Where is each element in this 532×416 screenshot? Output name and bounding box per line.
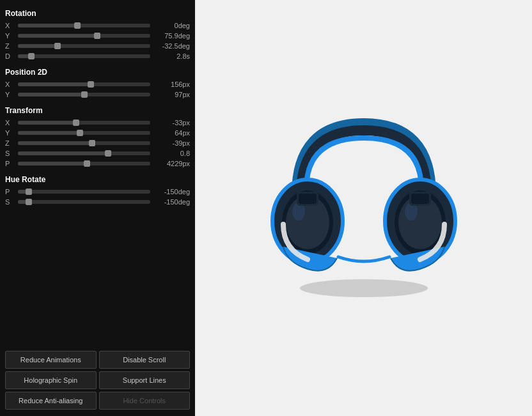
rotation-y-track[interactable]	[18, 34, 150, 38]
pos2d-y-row: Y 97px	[5, 91, 190, 98]
transform-x-label: X	[5, 119, 14, 127]
hue-s-row: S -150deg	[5, 198, 190, 206]
transform-x-row: X -33px	[5, 119, 190, 127]
transform-p-row: P 4229px	[5, 160, 190, 167]
rotation-d-label: D	[5, 52, 14, 60]
hue-p-value: -150deg	[154, 188, 190, 196]
pos2d-y-track[interactable]	[18, 93, 150, 96]
btn-reduce-antialiasing[interactable]: Reduce Anti-aliasing	[5, 392, 97, 410]
hue-p-row: P -150deg	[5, 188, 190, 196]
pos2d-x-value: 156px	[154, 81, 190, 88]
transform-z-label: Z	[5, 139, 14, 147]
position2d-title: Position 2D	[5, 68, 190, 77]
preview-panel	[195, 0, 532, 416]
svg-rect-14	[411, 194, 429, 204]
transform-p-value: 4229px	[154, 160, 190, 167]
rotation-z-value: -32.5deg	[154, 42, 190, 50]
hue-p-track[interactable]	[18, 190, 150, 194]
hue-s-label: S	[5, 198, 14, 206]
rotation-x-row: X 0deg	[5, 22, 190, 29]
pos2d-x-row: X 156px	[5, 81, 190, 88]
rotation-d-track[interactable]	[18, 54, 150, 58]
rotation-z-label: Z	[5, 42, 14, 50]
pos2d-x-label: X	[5, 81, 14, 88]
btn-support-lines[interactable]: Support Lines	[99, 371, 191, 389]
transform-y-track[interactable]	[18, 131, 150, 135]
svg-rect-7	[299, 194, 317, 204]
transform-y-label: Y	[5, 129, 14, 137]
rotation-y-label: Y	[5, 32, 14, 40]
transform-title: Transform	[5, 106, 190, 115]
transform-s-value: 0.8	[154, 150, 190, 157]
btn-disable-scroll[interactable]: Disable Scroll	[99, 351, 191, 369]
rotation-z-row: Z -32.5deg	[5, 42, 190, 50]
transform-x-track[interactable]	[18, 121, 150, 125]
transform-x-value: -33px	[154, 119, 190, 127]
hue-s-value: -150deg	[154, 198, 190, 206]
rotation-y-row: Y 75.9deg	[5, 32, 190, 40]
btn-hide-controls[interactable]: Hide Controls	[99, 392, 191, 410]
rotation-x-value: 0deg	[154, 22, 190, 29]
transform-p-track[interactable]	[18, 162, 150, 166]
pos2d-x-track[interactable]	[18, 82, 150, 86]
transform-y-value: 64px	[154, 129, 190, 137]
control-panel: Rotation X 0deg Y 75.9deg Z -32.5deg D 2…	[0, 0, 195, 416]
rotation-x-label: X	[5, 22, 14, 29]
btn-holographic-spin[interactable]: Holographic Spin	[5, 371, 97, 389]
rotation-z-track[interactable]	[18, 44, 150, 48]
rotation-title: Rotation	[5, 9, 190, 18]
transform-z-value: -39px	[154, 139, 190, 147]
pos2d-y-label: Y	[5, 91, 14, 98]
transform-z-row: Z -39px	[5, 139, 190, 147]
headphones-display	[255, 100, 473, 317]
transform-s-track[interactable]	[18, 151, 150, 155]
hue-p-label: P	[5, 188, 14, 196]
transform-s-row: S 0.8	[5, 150, 190, 157]
hue-rotate-title: Hue Rotate	[5, 175, 190, 184]
transform-y-row: Y 64px	[5, 129, 190, 137]
hue-s-track[interactable]	[18, 200, 150, 204]
btn-reduce-animations[interactable]: Reduce Animations	[5, 351, 97, 369]
pos2d-y-value: 97px	[154, 91, 190, 98]
rotation-y-value: 75.9deg	[154, 32, 190, 40]
rotation-d-row: D 2.8s	[5, 52, 190, 60]
svg-point-0	[300, 279, 428, 297]
transform-z-track[interactable]	[18, 141, 150, 145]
transform-p-label: P	[5, 160, 14, 167]
rotation-x-track[interactable]	[18, 24, 150, 27]
transform-s-label: S	[5, 150, 14, 157]
button-grid: Reduce Animations Disable Scroll Hologra…	[5, 343, 190, 410]
rotation-d-value: 2.8s	[154, 52, 190, 60]
